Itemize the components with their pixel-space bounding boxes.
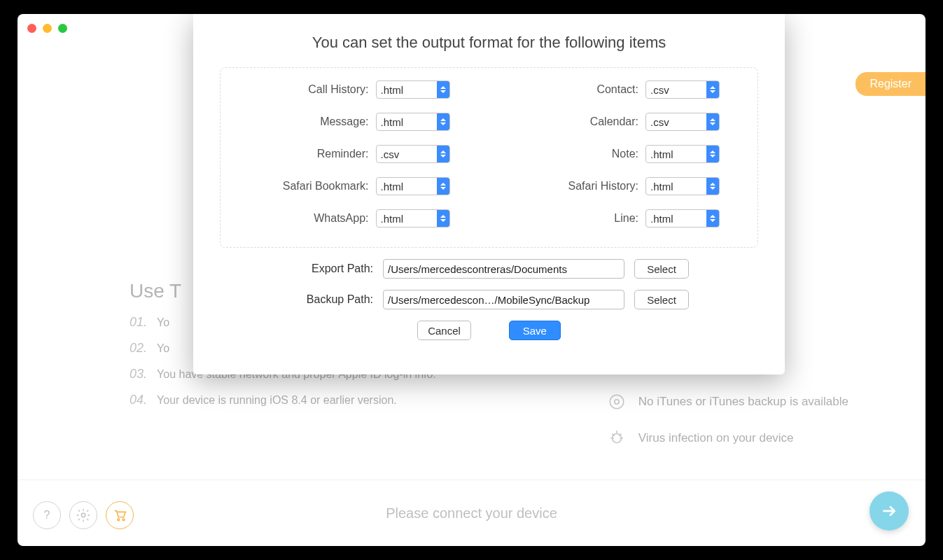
safari-bookmark-select[interactable]: .html: [376, 177, 450, 195]
stepper-icon: [437, 146, 449, 162]
contact-label: Contact:: [596, 83, 638, 96]
export-path-label: Export Path:: [289, 262, 373, 275]
message-select[interactable]: .html: [376, 113, 450, 131]
svg-point-11: [123, 519, 125, 521]
footer: Please connect your device: [18, 480, 925, 546]
contact-select[interactable]: .csv: [645, 80, 720, 99]
right-notes: Cloud No iTunes or iTunes backup is avai…: [608, 360, 848, 465]
backup-path-select-button[interactable]: Select: [634, 290, 689, 309]
output-format-modal: You can set the output format for the fo…: [193, 14, 785, 374]
cart-icon: [112, 507, 127, 523]
bug-icon: [608, 429, 626, 447]
export-path-input[interactable]: [383, 259, 624, 279]
cart-button[interactable]: [106, 501, 134, 529]
svg-point-1: [610, 395, 624, 409]
register-button[interactable]: Register: [855, 72, 925, 96]
line-select[interactable]: .html: [645, 209, 720, 227]
note-select[interactable]: .html: [645, 145, 720, 163]
safari-bookmark-label: Safari Bookmark:: [283, 180, 369, 192]
stepper-icon: [706, 113, 719, 130]
format-grid: Call History:.html Contact:.csv Message:…: [220, 67, 758, 248]
stepper-icon: [706, 178, 719, 195]
calendar-label: Calendar:: [590, 115, 638, 128]
disc-icon: [608, 393, 626, 411]
stepper-icon: [437, 210, 449, 227]
cancel-button[interactable]: Cancel: [417, 321, 471, 340]
svg-point-9: [81, 513, 85, 517]
modal-title: You can set the output format for the fo…: [220, 34, 758, 52]
svg-point-2: [615, 400, 620, 405]
arrow-right-icon: [880, 502, 898, 520]
call-history-label: Call History:: [308, 83, 368, 96]
list-item: 04.Your device is running iOS 8.4 or ear…: [130, 393, 436, 407]
stepper-icon: [437, 178, 449, 195]
reminder-select[interactable]: .csv: [376, 145, 450, 163]
backup-path-label: Backup Path:: [289, 293, 373, 306]
stepper-icon: [706, 146, 719, 162]
footer-text: Please connect your device: [386, 505, 557, 522]
whatsapp-label: WhatsApp:: [314, 212, 368, 225]
note-virus: Virus infection on your device: [608, 429, 848, 447]
call-history-select[interactable]: .html: [376, 80, 450, 99]
gear-icon: [76, 507, 91, 523]
whatsapp-select[interactable]: .html: [376, 209, 450, 227]
export-path-select-button[interactable]: Select: [634, 259, 689, 279]
stepper-icon: [437, 113, 449, 130]
note-label: Note:: [612, 148, 638, 160]
calendar-select[interactable]: .csv: [645, 113, 720, 131]
reminder-label: Reminder:: [317, 148, 369, 160]
note-itunes: No iTunes or iTunes backup is available: [608, 393, 848, 411]
save-button[interactable]: Save: [509, 321, 561, 340]
settings-button[interactable]: [69, 501, 97, 529]
backup-path-input[interactable]: [383, 290, 624, 309]
safari-history-label: Safari History:: [568, 180, 638, 192]
app-window: Register Recover from pair Tools Use T 0…: [18, 14, 925, 546]
stepper-icon: [706, 81, 719, 98]
stepper-icon: [706, 210, 719, 227]
help-button[interactable]: ?: [33, 501, 61, 529]
safari-history-select[interactable]: .html: [645, 177, 720, 195]
stepper-icon: [437, 81, 449, 98]
line-label: Line:: [614, 212, 638, 225]
next-button[interactable]: [869, 491, 909, 531]
message-label: Message:: [320, 115, 368, 128]
svg-point-10: [118, 519, 120, 521]
